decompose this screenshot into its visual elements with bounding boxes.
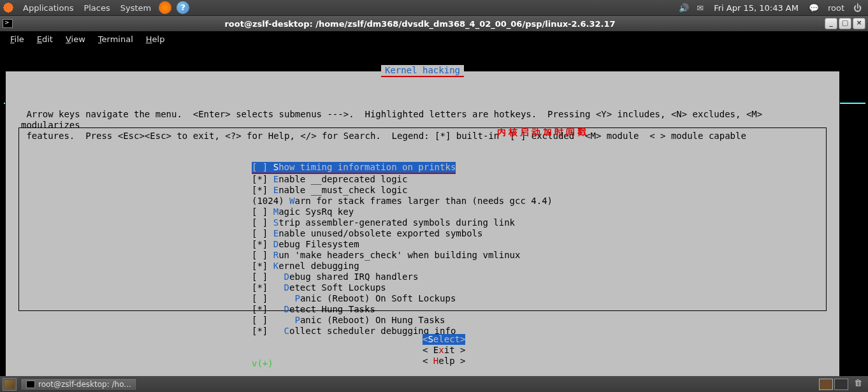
- workspace-1[interactable]: [819, 379, 833, 390]
- button-row: <Select> < Exit > < Help >: [6, 323, 839, 377]
- terminal-icon: [3, 19, 13, 28]
- workspace-2[interactable]: [834, 379, 848, 390]
- option-item[interactable]: [ ] Strip assembler-generated symbols du…: [19, 217, 826, 228]
- applications-menu[interactable]: Applications: [18, 3, 78, 13]
- help-menu[interactable]: Help: [140, 34, 171, 44]
- terminal-mini-icon: [26, 381, 35, 388]
- terminal-window: root@zslf-desktop: /home/zslf/dm368/dvsd…: [0, 16, 868, 376]
- option-item[interactable]: [*] Detect Soft Lockups: [19, 282, 826, 293]
- option-item[interactable]: [ ] Panic (Reboot) On Soft Lockups: [19, 293, 826, 304]
- exit-button[interactable]: < Exit >: [423, 345, 465, 356]
- menubar: File Edit View Terminal Help: [0, 31, 868, 47]
- mail-icon[interactable]: ✉: [697, 3, 704, 13]
- top-panel: Applications Places System ? 🔊 ✉ Fri Apr…: [0, 0, 868, 16]
- section-title: Kernel hacking: [381, 65, 464, 77]
- options-list[interactable]: 内核启动加时间戳 [ ] Show timing information on …: [18, 127, 827, 311]
- window-titlebar[interactable]: root@zslf-desktop: /home/zslf/dm368/dvsd…: [0, 16, 868, 31]
- maximize-button[interactable]: ▢: [839, 18, 851, 29]
- taskbar-item[interactable]: root@zslf-desktop: /ho...: [20, 378, 137, 391]
- terminal-area[interactable]: .config - Linux Kernel v2.6.32.17-davinc…: [0, 47, 868, 376]
- task-label: root@zslf-desktop: /ho...: [38, 380, 131, 389]
- option-item[interactable]: [*] Debug Filesystem: [19, 239, 826, 250]
- help-icon[interactable]: ?: [177, 1, 189, 14]
- option-item[interactable]: [*] Enable __deprecated logic: [19, 174, 826, 185]
- power-icon[interactable]: ⏻: [853, 3, 862, 13]
- terminal-menu[interactable]: Terminal: [92, 34, 140, 44]
- option-item[interactable]: [*] Detect Hung Tasks: [19, 304, 826, 315]
- option-item[interactable]: [ ] Magic SysRq key: [19, 207, 826, 217]
- show-desktop-icon[interactable]: [3, 378, 17, 391]
- view-menu[interactable]: View: [59, 34, 92, 44]
- clock-label[interactable]: Fri Apr 15, 10:43 AM: [714, 3, 799, 13]
- file-menu[interactable]: File: [4, 34, 31, 44]
- edit-menu[interactable]: Edit: [31, 34, 59, 44]
- trash-icon[interactable]: 🗑: [854, 378, 865, 391]
- firefox-icon[interactable]: [159, 1, 171, 14]
- option-item[interactable]: [ ] Show timing information on printks: [19, 162, 826, 174]
- option-item[interactable]: [*] Kernel debugging: [19, 261, 826, 272]
- user-label[interactable]: root: [823, 3, 850, 13]
- window-title: root@zslf-desktop: /home/zslf/dm368/dvsd…: [17, 19, 823, 29]
- option-item[interactable]: [*] Enable __must_check logic: [19, 185, 826, 196]
- close-button[interactable]: ×: [853, 18, 865, 29]
- option-item[interactable]: (1024) Warn for stack frames larger than…: [19, 196, 826, 207]
- ubuntu-logo-icon[interactable]: [3, 2, 14, 13]
- bottom-panel: root@zslf-desktop: /ho... 🗑: [0, 376, 868, 392]
- option-item[interactable]: [ ] Run 'make headers_check' when buildi…: [19, 250, 826, 261]
- user-indicator-icon[interactable]: 💬: [809, 3, 819, 13]
- volume-icon[interactable]: 🔊: [679, 3, 689, 13]
- select-button[interactable]: <Select>: [423, 334, 465, 345]
- help-button[interactable]: < Help >: [423, 356, 465, 367]
- places-menu[interactable]: Places: [78, 3, 115, 13]
- option-item[interactable]: [ ] Enable unused/obsolete exported symb…: [19, 228, 826, 239]
- system-menu[interactable]: System: [115, 3, 156, 13]
- menuconfig-dialog: Kernel hacking Arrow keys navigate the m…: [5, 71, 840, 392]
- annotation-label: 内核启动加时间戳: [497, 127, 589, 138]
- option-item[interactable]: [ ] Debug shared IRQ handlers: [19, 272, 826, 282]
- minimize-button[interactable]: _: [825, 18, 837, 29]
